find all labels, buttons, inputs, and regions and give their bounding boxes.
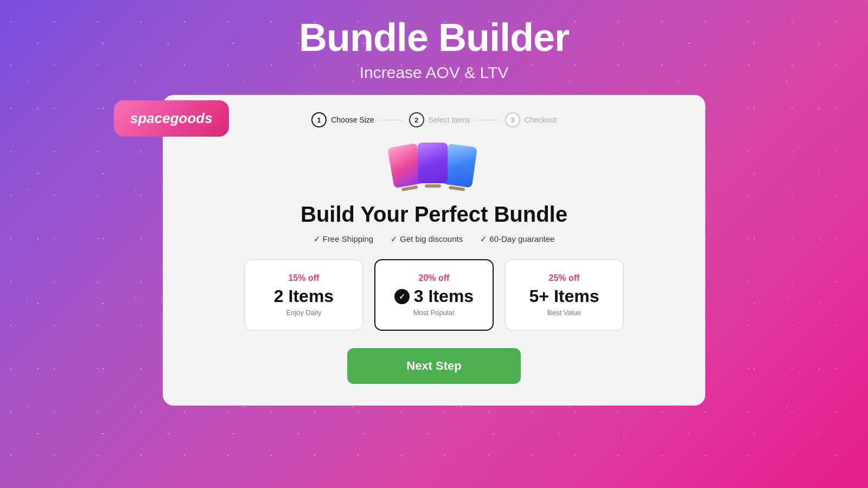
bundle-options: 15% off 2 Items Enjoy Daily 20% off ✓ 3 … xyxy=(195,259,673,331)
page-subtitle: Increase AOV & LTV xyxy=(360,63,509,82)
main-heading: Build Your Perfect Bundle xyxy=(195,202,673,227)
bundle-3-subtitle: Best Value xyxy=(521,309,608,317)
bundle-1-items: 2 Items xyxy=(260,286,347,306)
benefit-2: ✓ Get big discounts xyxy=(391,234,463,244)
bundle-3-discount: 25% off xyxy=(521,273,608,283)
step-3-label: Checkout xyxy=(525,115,557,124)
bundle-card-5-items[interactable]: 25% off 5+ Items Best Value xyxy=(505,259,624,331)
bundle-1-subtitle: Enjoy Daily xyxy=(260,309,347,317)
bundle-2-items: ✓ 3 Items xyxy=(391,286,477,306)
bundle-selected-icon: ✓ xyxy=(394,289,410,304)
step-divider-2 xyxy=(477,120,499,120)
product-image-area xyxy=(195,143,673,191)
bundle-2-discount: 20% off xyxy=(391,273,477,283)
steps-bar: 1 Choose Size 2 Select Items 3 Checkout xyxy=(195,112,673,127)
step-2-circle: 2 xyxy=(409,112,424,127)
brand-badge: spacegoods xyxy=(114,100,229,137)
bundle-1-discount: 15% off xyxy=(260,273,347,283)
step-1: 1 Choose Size xyxy=(311,112,374,127)
step-3-circle: 3 xyxy=(505,112,520,127)
bundle-card-2-items[interactable]: 15% off 2 Items Enjoy Daily xyxy=(244,259,363,331)
step-2-label: Select Items xyxy=(429,115,470,124)
benefit-3: ✓ 60-Day guarantee xyxy=(480,234,554,244)
step-1-circle: 1 xyxy=(311,112,327,127)
page-title: Bundle Builder xyxy=(299,16,569,59)
bundle-card-3-items[interactable]: 20% off ✓ 3 Items Most Popular xyxy=(374,259,494,331)
product-image xyxy=(385,143,483,191)
step-1-label: Choose Size xyxy=(331,115,374,124)
product-packet-2 xyxy=(418,143,448,183)
benefits-row: ✓ Free Shipping ✓ Get big discounts ✓ 60… xyxy=(195,234,673,244)
main-card-wrapper: spacegoods 1 Choose Size 2 Select Items … xyxy=(163,95,705,406)
next-step-button[interactable]: Next Step xyxy=(347,348,521,384)
bundle-2-subtitle: Most Popular xyxy=(391,309,477,317)
step-divider-1 xyxy=(381,120,403,120)
step-2: 2 Select Items xyxy=(409,112,470,127)
step-3: 3 Checkout xyxy=(505,112,557,127)
main-card: 1 Choose Size 2 Select Items 3 Checkout xyxy=(163,95,705,406)
brand-name: spacegoods xyxy=(130,110,213,126)
bundle-3-items: 5+ Items xyxy=(521,286,608,306)
benefit-1: ✓ Free Shipping xyxy=(314,234,374,244)
